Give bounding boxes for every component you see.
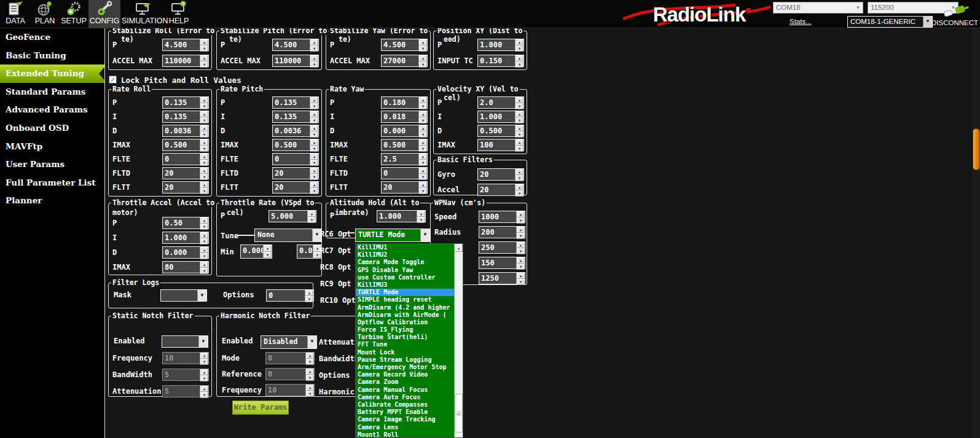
lock-pitch-roll-checkbox[interactable]: ✓: [109, 76, 117, 84]
chevron-down-icon[interactable]: ▼: [307, 336, 316, 348]
dropdown-option[interactable]: SIMPLE heading reset: [356, 296, 454, 303]
imax-input[interactable]: 100: [478, 139, 515, 151]
accel-max-input[interactable]: 110000: [273, 55, 310, 66]
mode-input[interactable]: 0: [266, 353, 305, 364]
dropdown-option[interactable]: Calibrate Compasses: [356, 401, 454, 409]
spinner-up-icon[interactable]: ▲: [310, 39, 318, 45]
spinner-down-icon[interactable]: ▼: [419, 188, 427, 194]
dropdown-option[interactable]: Camera Manual Focus: [356, 386, 454, 394]
frequency-spinner[interactable]: 10▲▼: [162, 352, 209, 364]
write-params-button[interactable]: Write Params: [232, 401, 289, 415]
spinner-down-icon[interactable]: ▼: [200, 224, 208, 230]
spinner-down-icon[interactable]: ▼: [200, 268, 208, 274]
accel-max-spinner[interactable]: 110000▲▼: [162, 55, 209, 67]
p-spinner[interactable]: 2.0▲▼: [477, 96, 524, 109]
spinner-down-icon[interactable]: ▼: [419, 45, 427, 52]
sidebar-item-mavftp[interactable]: MAVFtp: [0, 138, 104, 156]
spinner-up-icon[interactable]: ▲: [305, 290, 313, 296]
spinner-down-icon[interactable]: ▼: [419, 61, 427, 68]
p-spinner[interactable]: 1.000▲▼: [477, 39, 524, 51]
d-spinner[interactable]: 0.000▲▼: [381, 125, 428, 137]
chevron-down-icon[interactable]: ▼: [197, 290, 206, 301]
rc6-opt-select[interactable]: TURTLE Mode ▼: [355, 229, 430, 242]
spinner-down-icon[interactable]: ▼: [306, 391, 314, 397]
throttle-max-spinner[interactable]: 0.000 ▲▼: [297, 244, 322, 259]
spinner-up-icon[interactable]: ▲: [264, 245, 272, 252]
fltt-spinner[interactable]: 20▲▼: [272, 181, 319, 194]
speed-spinner[interactable]: 1000▲▼: [479, 211, 525, 223]
sidebar-item-basic-tuning[interactable]: Basic Tuning: [0, 47, 104, 65]
spinner-up-icon[interactable]: ▲: [200, 262, 208, 268]
harmonic-notch-enabled-select[interactable]: Disabled ▼: [261, 335, 317, 349]
imax-input[interactable]: 0.500: [273, 139, 310, 151]
scroll-up-icon[interactable]: ▲: [455, 244, 463, 252]
sidebar-item-geofence[interactable]: GeoFence: [0, 28, 104, 47]
spinner-down-icon[interactable]: ▼: [417, 217, 425, 223]
spinner-down-icon[interactable]: ▼: [200, 117, 208, 123]
reference-spinner[interactable]: 0▲▼: [265, 368, 315, 380]
spinner-down-icon[interactable]: ▼: [306, 375, 314, 381]
i-input[interactable]: 0.018: [382, 111, 418, 122]
bandwidth-input[interactable]: 5: [163, 369, 200, 380]
throttle-rate-p-spinner[interactable]: 5.000 ▲▼: [269, 210, 316, 222]
spinner-down-icon[interactable]: ▼: [517, 279, 525, 285]
spinner-down-icon[interactable]: ▼: [310, 45, 318, 52]
spinner-up-icon[interactable]: ▲: [419, 139, 427, 146]
spinner-up-icon[interactable]: ▲: [200, 182, 208, 188]
spinner-up-icon[interactable]: ▲: [200, 168, 208, 174]
bandwidth-spinner[interactable]: 5▲▼: [162, 369, 209, 381]
spinner-down-icon[interactable]: ▼: [515, 61, 523, 68]
d-spinner[interactable]: 0.000▲▼: [162, 246, 209, 259]
static-notch-enabled-select[interactable]: ▼: [162, 335, 208, 348]
dropdown-scroll-thumb[interactable]: [455, 394, 463, 432]
spinner-up-icon[interactable]: ▲: [515, 39, 523, 45]
p-spinner[interactable]: 0.135▲▼: [162, 96, 209, 109]
sidebar-item-onboard-osd[interactable]: Onboard OSD: [0, 119, 104, 138]
i-input[interactable]: 1.000: [478, 111, 515, 122]
spinner-down-icon[interactable]: ▼: [264, 252, 272, 259]
input-tc-input[interactable]: 0.150: [478, 55, 515, 66]
spinner-down-icon[interactable]: ▼: [310, 160, 318, 166]
spinner-up-icon[interactable]: ▲: [517, 227, 525, 233]
altitude-hold-p-input[interactable]: 1.000: [377, 211, 417, 222]
spinner-up-icon[interactable]: ▲: [200, 111, 208, 117]
radius-spinner[interactable]: 200▲▼: [479, 226, 525, 238]
throttle-min-input[interactable]: 0.000: [241, 245, 263, 258]
dropdown-option[interactable]: TURTLE Mode: [356, 289, 454, 296]
dropdown-option[interactable]: Mount Lock: [356, 349, 454, 356]
d-input[interactable]: 0.0036: [273, 125, 310, 136]
dropdown-option[interactable]: Force IS_Flying: [356, 326, 454, 334]
reference-input[interactable]: 0: [266, 369, 305, 380]
spinner-up-icon[interactable]: ▲: [419, 182, 427, 188]
p-spinner[interactable]: 4.500▲▼: [162, 39, 209, 51]
dropdown-option[interactable]: Turbine Start(heli): [356, 334, 454, 341]
spinner-down-icon[interactable]: ▼: [419, 174, 427, 180]
field-4-spinner[interactable]: 1250▲▼: [479, 272, 525, 284]
spinner-up-icon[interactable]: ▲: [310, 125, 318, 131]
imax-spinner[interactable]: 0.500▲▼: [272, 139, 319, 151]
dropdown-option[interactable]: ArmDisarm (4.2 and higher: [356, 304, 454, 311]
dropdown-option[interactable]: Camera Zoom: [356, 378, 454, 386]
spinner-down-icon[interactable]: ▼: [517, 217, 525, 224]
throttle-max-input[interactable]: 0.000: [297, 245, 313, 258]
flte-spinner[interactable]: 0▲▼: [162, 153, 209, 165]
fltd-input[interactable]: 20: [163, 168, 200, 179]
mask-select[interactable]: ▼: [160, 289, 207, 302]
spinner-up-icon[interactable]: ▲: [310, 111, 318, 117]
fltd-input[interactable]: 0: [382, 168, 418, 179]
fltd-input[interactable]: 20: [273, 168, 310, 179]
i-spinner[interactable]: 1.000▲▼: [162, 232, 209, 244]
spinner-down-icon[interactable]: ▼: [200, 188, 208, 194]
fltt-input[interactable]: 20: [382, 182, 418, 193]
spinner-down-icon[interactable]: ▼: [200, 160, 208, 166]
spinner-up-icon[interactable]: ▲: [310, 168, 318, 174]
accel-max-spinner[interactable]: 27000▲▼: [381, 55, 428, 67]
fltd-spinner[interactable]: 0▲▼: [381, 167, 428, 179]
spinner-down-icon[interactable]: ▼: [517, 264, 525, 270]
spinner-down-icon[interactable]: ▼: [515, 131, 523, 138]
i-spinner[interactable]: 0.135▲▼: [162, 111, 209, 123]
spinner-up-icon[interactable]: ▲: [200, 353, 208, 359]
main-scrollbar-thumb[interactable]: [973, 128, 980, 170]
radius-input[interactable]: 200: [479, 227, 516, 238]
dropdown-option[interactable]: FFT Tune: [356, 341, 454, 348]
